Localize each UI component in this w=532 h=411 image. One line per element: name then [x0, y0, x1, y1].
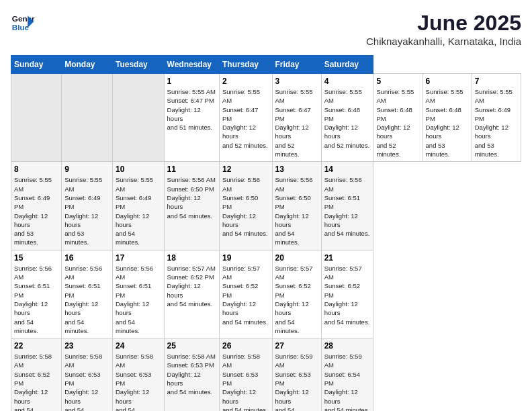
day-cell: 15Sunrise: 5:56 AMSunset: 6:51 PMDayligh… — [11, 250, 62, 338]
day-number: 16 — [64, 253, 109, 263]
header-cell-wednesday: Wednesday — [164, 56, 219, 74]
day-number: 9 — [64, 165, 109, 174]
day-detail: Sunrise: 5:58 AMSunset: 6:53 PMDaylight:… — [64, 352, 109, 411]
day-cell: 3Sunrise: 5:55 AMSunset: 6:47 PMDaylight… — [272, 74, 321, 162]
day-number: 19 — [222, 253, 269, 263]
day-detail: Sunrise: 5:55 AMSunset: 6:47 PMDaylight:… — [275, 87, 318, 158]
day-cell: 16Sunrise: 5:56 AMSunset: 6:51 PMDayligh… — [62, 250, 113, 338]
day-number: 23 — [64, 341, 109, 351]
day-detail: Sunrise: 5:58 AMSunset: 6:53 PMDaylight:… — [167, 352, 216, 396]
week-row-4: 22Sunrise: 5:58 AMSunset: 6:52 PMDayligh… — [11, 338, 521, 411]
day-cell: 23Sunrise: 5:58 AMSunset: 6:53 PMDayligh… — [62, 338, 113, 411]
day-cell: 7Sunrise: 5:55 AMSunset: 6:49 PMDaylight… — [472, 74, 521, 162]
day-number: 2 — [222, 77, 269, 86]
header-cell-friday: Friday — [272, 56, 321, 74]
header-row: SundayMondayTuesdayWednesdayThursdayFrid… — [11, 56, 521, 74]
day-cell: 11Sunrise: 5:56 AMSunset: 6:50 PMDayligh… — [164, 162, 219, 250]
calendar-title: June 2025 — [366, 11, 521, 36]
day-cell — [11, 74, 62, 162]
day-detail: Sunrise: 5:56 AMSunset: 6:50 PMDaylight:… — [222, 175, 269, 238]
day-detail: Sunrise: 5:57 AMSunset: 6:52 PMDaylight:… — [275, 264, 318, 335]
day-number: 13 — [275, 165, 318, 174]
week-row-2: 8Sunrise: 5:55 AMSunset: 6:49 PMDaylight… — [11, 162, 521, 250]
logo: General Blue — [11, 11, 35, 35]
day-detail: Sunrise: 5:56 AMSunset: 6:51 PMDaylight:… — [14, 264, 58, 335]
header-cell-thursday: Thursday — [219, 56, 272, 74]
header-cell-monday: Monday — [62, 56, 113, 74]
day-cell: 28Sunrise: 5:59 AMSunset: 6:54 PMDayligh… — [321, 338, 373, 411]
day-cell: 26Sunrise: 5:58 AMSunset: 6:53 PMDayligh… — [219, 338, 272, 411]
day-detail: Sunrise: 5:55 AMSunset: 6:47 PMDaylight:… — [167, 87, 216, 132]
header-cell-tuesday: Tuesday — [113, 56, 165, 74]
header: General Blue June 2025 Chiknayakanhalli,… — [11, 11, 521, 47]
day-number: 12 — [222, 165, 269, 174]
day-number: 26 — [222, 341, 269, 351]
day-number: 14 — [324, 165, 371, 174]
day-cell: 25Sunrise: 5:58 AMSunset: 6:53 PMDayligh… — [164, 338, 219, 411]
day-cell: 21Sunrise: 5:57 AMSunset: 6:52 PMDayligh… — [321, 250, 373, 338]
day-number: 17 — [116, 253, 161, 263]
calendar-subtitle: Chiknayakanhalli, Karnataka, India — [366, 36, 521, 47]
day-detail: Sunrise: 5:55 AMSunset: 6:49 PMDaylight:… — [116, 175, 161, 246]
day-cell: 17Sunrise: 5:56 AMSunset: 6:51 PMDayligh… — [113, 250, 165, 338]
week-row-1: 1Sunrise: 5:55 AMSunset: 6:47 PMDaylight… — [11, 74, 521, 162]
day-number: 27 — [275, 341, 318, 351]
day-detail: Sunrise: 5:58 AMSunset: 6:53 PMDaylight:… — [116, 352, 161, 411]
title-area: June 2025 Chiknayakanhalli, Karnataka, I… — [366, 11, 521, 47]
day-number: 6 — [426, 77, 469, 86]
day-number: 22 — [14, 341, 58, 351]
day-detail: Sunrise: 5:55 AMSunset: 6:48 PMDaylight:… — [426, 87, 469, 158]
day-cell: 4Sunrise: 5:55 AMSunset: 6:48 PMDaylight… — [321, 74, 373, 162]
logo-icon: General Blue — [11, 11, 35, 35]
day-detail: Sunrise: 5:56 AMSunset: 6:50 PMDaylight:… — [167, 175, 216, 220]
day-cell: 20Sunrise: 5:57 AMSunset: 6:52 PMDayligh… — [272, 250, 321, 338]
day-number: 25 — [167, 341, 216, 351]
day-cell: 8Sunrise: 5:55 AMSunset: 6:49 PMDaylight… — [11, 162, 62, 250]
day-number: 5 — [376, 77, 419, 86]
day-number: 21 — [324, 253, 371, 263]
day-number: 15 — [14, 253, 58, 263]
day-cell: 22Sunrise: 5:58 AMSunset: 6:52 PMDayligh… — [11, 338, 62, 411]
day-number: 4 — [324, 77, 371, 86]
day-detail: Sunrise: 5:56 AMSunset: 6:51 PMDaylight:… — [64, 264, 109, 335]
day-detail: Sunrise: 5:59 AMSunset: 6:54 PMDaylight:… — [324, 352, 371, 411]
day-number: 10 — [116, 165, 161, 174]
day-number: 24 — [116, 341, 161, 351]
day-detail: Sunrise: 5:55 AMSunset: 6:48 PMDaylight:… — [324, 87, 371, 150]
day-cell: 2Sunrise: 5:55 AMSunset: 6:47 PMDaylight… — [219, 74, 272, 162]
day-detail: Sunrise: 5:57 AMSunset: 6:52 PMDaylight:… — [222, 264, 269, 326]
day-number: 3 — [275, 77, 318, 86]
day-detail: Sunrise: 5:55 AMSunset: 6:48 PMDaylight:… — [376, 87, 419, 158]
day-cell: 24Sunrise: 5:58 AMSunset: 6:53 PMDayligh… — [113, 338, 165, 411]
day-cell — [62, 74, 113, 162]
day-cell: 12Sunrise: 5:56 AMSunset: 6:50 PMDayligh… — [219, 162, 272, 250]
day-detail: Sunrise: 5:57 AMSunset: 6:52 PMDaylight:… — [324, 264, 371, 326]
day-detail: Sunrise: 5:59 AMSunset: 6:53 PMDaylight:… — [275, 352, 318, 411]
svg-text:Blue: Blue — [12, 23, 30, 32]
day-cell: 19Sunrise: 5:57 AMSunset: 6:52 PMDayligh… — [219, 250, 272, 338]
day-number: 18 — [167, 253, 216, 263]
day-detail: Sunrise: 5:56 AMSunset: 6:51 PMDaylight:… — [324, 175, 371, 238]
day-detail: Sunrise: 5:58 AMSunset: 6:53 PMDaylight:… — [222, 352, 269, 411]
day-cell: 10Sunrise: 5:55 AMSunset: 6:49 PMDayligh… — [113, 162, 165, 250]
day-detail: Sunrise: 5:55 AMSunset: 6:49 PMDaylight:… — [14, 175, 58, 246]
day-detail: Sunrise: 5:55 AMSunset: 6:47 PMDaylight:… — [222, 87, 269, 150]
header-cell-saturday: Saturday — [321, 56, 373, 74]
calendar-table: SundayMondayTuesdayWednesdayThursdayFrid… — [11, 55, 521, 411]
day-cell: 18Sunrise: 5:57 AMSunset: 6:52 PMDayligh… — [164, 250, 219, 338]
day-detail: Sunrise: 5:56 AMSunset: 6:50 PMDaylight:… — [275, 175, 318, 246]
day-detail: Sunrise: 5:57 AMSunset: 6:52 PMDaylight:… — [167, 264, 216, 308]
day-cell — [113, 74, 165, 162]
week-row-3: 15Sunrise: 5:56 AMSunset: 6:51 PMDayligh… — [11, 250, 521, 338]
day-number: 28 — [324, 341, 371, 351]
header-cell-sunday: Sunday — [11, 56, 62, 74]
day-detail: Sunrise: 5:58 AMSunset: 6:52 PMDaylight:… — [14, 352, 58, 411]
day-number: 20 — [275, 253, 318, 263]
day-number: 7 — [475, 77, 518, 86]
day-cell: 6Sunrise: 5:55 AMSunset: 6:48 PMDaylight… — [423, 74, 472, 162]
day-cell: 27Sunrise: 5:59 AMSunset: 6:53 PMDayligh… — [272, 338, 321, 411]
day-cell: 14Sunrise: 5:56 AMSunset: 6:51 PMDayligh… — [321, 162, 373, 250]
day-number: 8 — [14, 165, 58, 174]
day-cell: 9Sunrise: 5:55 AMSunset: 6:49 PMDaylight… — [62, 162, 113, 250]
day-cell: 5Sunrise: 5:55 AMSunset: 6:48 PMDaylight… — [373, 74, 423, 162]
